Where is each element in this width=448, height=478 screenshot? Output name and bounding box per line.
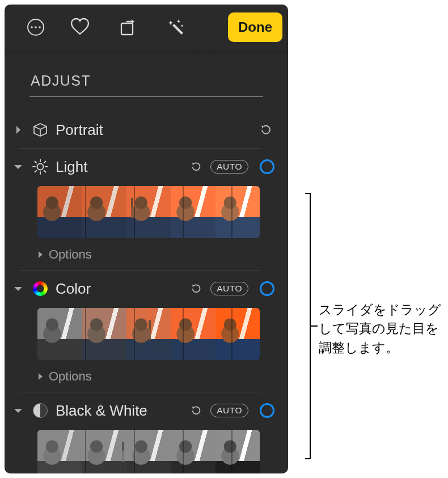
adjust-panel: Done ADJUST Portrait: [5, 5, 288, 473]
reset-icon[interactable]: [188, 404, 205, 417]
auto-button[interactable]: AUTO: [210, 160, 248, 174]
slider-handle[interactable]: [131, 186, 133, 238]
editor-toolbar: Done: [5, 5, 288, 50]
enable-ring[interactable]: [260, 159, 274, 174]
enable-ring[interactable]: [260, 403, 274, 418]
auto-enhance-icon[interactable]: [152, 5, 200, 50]
chevron-down-icon: [11, 163, 25, 170]
svg-point-1: [31, 26, 33, 28]
callout-bracket: [301, 193, 311, 459]
rotate-crop-icon[interactable]: [104, 5, 152, 50]
reset-icon[interactable]: [188, 160, 205, 173]
row-label: Color: [56, 280, 91, 298]
divider: [19, 270, 261, 270]
row-color[interactable]: Color AUTO: [11, 273, 274, 304]
row-label: Light: [56, 158, 87, 176]
callout-text: スライダをドラッグして写真の見た目を調整します。: [319, 301, 442, 357]
done-button[interactable]: Done: [228, 12, 282, 42]
svg-point-5: [37, 164, 44, 170]
favorite-icon[interactable]: [56, 5, 104, 50]
chevron-right-icon: [11, 125, 25, 134]
svg-point-2: [35, 26, 37, 28]
row-light[interactable]: Light AUTO: [11, 151, 274, 183]
svg-point-3: [39, 26, 41, 28]
cube-icon: [31, 122, 50, 138]
color-slider[interactable]: [37, 308, 260, 360]
more-icon[interactable]: [16, 5, 56, 50]
svg-rect-4: [121, 23, 133, 35]
divider: [19, 392, 261, 392]
row-black-and-white[interactable]: Black & White AUTO: [11, 395, 274, 426]
slider-handle[interactable]: [122, 430, 124, 473]
divider: [19, 148, 261, 149]
options-label: Options: [49, 369, 92, 384]
slider-handle[interactable]: [149, 308, 151, 360]
row-label: Portrait: [56, 121, 103, 139]
auto-button[interactable]: AUTO: [210, 404, 248, 417]
options-toggle-light[interactable]: Options: [11, 242, 274, 268]
chevron-down-icon: [11, 285, 25, 292]
bw-slider[interactable]: [37, 430, 260, 473]
section-divider: [29, 96, 263, 97]
reset-icon[interactable]: [257, 123, 274, 137]
color-wheel-icon: [31, 281, 50, 296]
sun-icon: [31, 158, 50, 175]
enable-ring[interactable]: [260, 281, 274, 296]
half-circle-icon: [31, 403, 50, 418]
options-toggle-color[interactable]: Options: [11, 363, 274, 390]
row-portrait[interactable]: Portrait: [11, 114, 274, 146]
section-title: ADJUST: [5, 50, 288, 96]
light-slider[interactable]: [37, 186, 260, 238]
reset-icon[interactable]: [188, 282, 205, 295]
chevron-down-icon: [11, 407, 25, 414]
row-label: Black & White: [56, 402, 147, 420]
auto-button[interactable]: AUTO: [210, 282, 248, 295]
options-label: Options: [49, 247, 92, 262]
